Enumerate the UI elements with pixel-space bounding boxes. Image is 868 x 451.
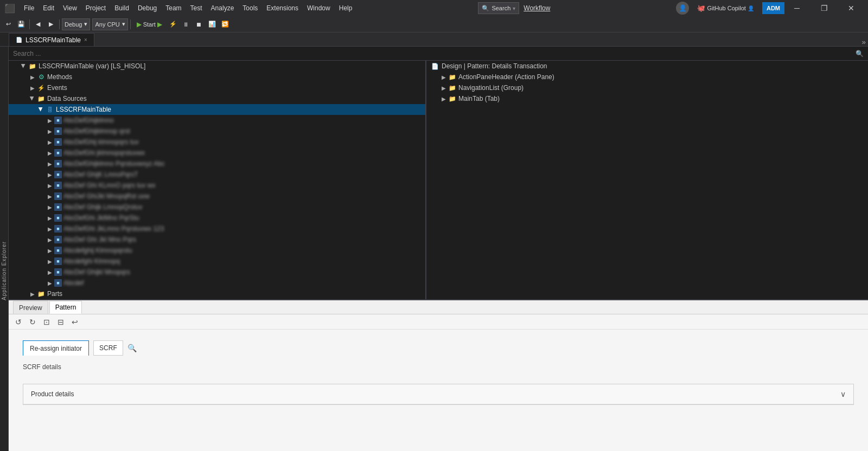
f10-expand[interactable]: ▶: [46, 214, 54, 222]
right-nav-list[interactable]: ▶ 📁 NavigationList (Group): [426, 82, 868, 93]
expand-all-btn[interactable]: ⊡: [41, 317, 52, 327]
menu-help[interactable]: Help: [335, 3, 357, 13]
events-expand[interactable]: ▶: [28, 83, 37, 92]
menu-debug[interactable]: Debug: [133, 3, 161, 13]
f12-expand[interactable]: ▶: [46, 235, 54, 244]
parts-expand[interactable]: ▶: [28, 289, 37, 298]
f16-label: Abcdef: [63, 279, 84, 287]
start-btn[interactable]: ▶ Start ▶: [133, 18, 166, 30]
tree-events[interactable]: ▶ ⚡ Events: [9, 82, 425, 93]
f2-expand[interactable]: ▶: [46, 127, 54, 136]
preview-search-icon[interactable]: 🔍: [127, 344, 137, 352]
hot-reload-btn[interactable]: 🔁: [219, 18, 231, 30]
tab-preview[interactable]: Preview: [13, 301, 48, 314]
tree-field-9[interactable]: ▶ ■ AbcDef Ghijk LmnopQrstuv: [9, 202, 425, 212]
f13-expand[interactable]: ▶: [46, 246, 54, 255]
perf-btn[interactable]: 📊: [206, 18, 218, 30]
menu-window[interactable]: Window: [303, 3, 335, 13]
minimize-button[interactable]: ─: [784, 0, 809, 16]
nav-back-btn[interactable]: ◀: [32, 18, 44, 30]
main-tab[interactable]: 📄 LSSCRFMainTable ×: [9, 33, 94, 46]
f15-expand[interactable]: ▶: [46, 268, 54, 276]
menu-file[interactable]: File: [20, 3, 39, 13]
tree-field-5[interactable]: ▶ ■ AbcDefGhijklmno Pqrstuvwxyz Abc: [9, 158, 425, 169]
menu-analyze[interactable]: Analyze: [207, 3, 239, 13]
tree-methods[interactable]: ▶ ⚙ Methods: [9, 72, 425, 82]
f3-expand[interactable]: ▶: [46, 138, 54, 146]
right-main-tab[interactable]: ▶ 📁 MainTab (Tab): [426, 93, 868, 104]
menu-extensions[interactable]: Extensions: [262, 3, 303, 13]
github-copilot-btn[interactable]: 🐙 GitHub Copilot 👤: [693, 2, 758, 14]
user-avatar: 👤: [676, 2, 689, 15]
f8-expand[interactable]: ▶: [46, 192, 54, 201]
root-expand-arrow[interactable]: ▶: [20, 62, 28, 70]
f9-expand[interactable]: ▶: [46, 203, 54, 211]
menu-edit[interactable]: Edit: [39, 3, 59, 13]
f6-expand[interactable]: ▶: [46, 170, 54, 179]
action-pane-expand[interactable]: ▶: [439, 73, 448, 81]
menu-tools[interactable]: Tools: [238, 3, 262, 13]
nav-list-expand[interactable]: ▶: [439, 83, 448, 92]
pause-btn[interactable]: ⏸: [180, 18, 192, 30]
methods-expand[interactable]: ▶: [28, 73, 37, 81]
stop-btn[interactable]: ⏹: [193, 18, 205, 30]
f11-expand[interactable]: ▶: [46, 224, 54, 233]
tree-field-6[interactable]: ▶ ■ AbcDef GhijK LmnoPqrsT: [9, 169, 425, 180]
search-input[interactable]: [13, 50, 856, 57]
tree-field-1[interactable]: ▶ ■ AbcDefGhijklmno: [9, 115, 425, 126]
f5-expand[interactable]: ▶: [46, 159, 54, 168]
redo-btn[interactable]: ↻: [27, 317, 38, 327]
tab-overflow-btn[interactable]: »: [860, 38, 868, 46]
f1-expand[interactable]: ▶: [46, 116, 54, 125]
tab-close-btn[interactable]: ×: [84, 37, 87, 43]
collapse-all-btn[interactable]: ⊟: [55, 317, 66, 327]
menu-team[interactable]: Team: [161, 3, 186, 13]
tree-datasources[interactable]: ▶ 📁 Data Sources: [9, 93, 425, 104]
search-magnifier-icon[interactable]: 🔍: [856, 50, 864, 57]
tree-root[interactable]: ▶ 📁 LSSCRFMainTable (var) [LS_HISOL]: [9, 61, 425, 72]
tab-pattern[interactable]: Pattern: [49, 301, 82, 314]
tree-field-10[interactable]: ▶ ■ AbcDefGhi JklMno PqrStu: [9, 212, 425, 223]
tree-field-11[interactable]: ▶ ■ AbcDefGhi JkLmno Pqrstuvwx 123: [9, 223, 425, 234]
main-table-expand[interactable]: ▶: [37, 105, 46, 114]
tree-field-2[interactable]: ▶ ■ AbcDefGhijklmnop qrst: [9, 126, 425, 137]
tree-field-8[interactable]: ▶ ■ AbcDef GhiJkl MnopqRst uvw: [9, 191, 425, 202]
menu-build[interactable]: Build: [110, 3, 133, 13]
refresh-btn[interactable]: ↺: [13, 317, 24, 327]
menu-view[interactable]: View: [59, 3, 81, 13]
datasources-expand[interactable]: ▶: [28, 94, 37, 103]
menu-project[interactable]: Project: [81, 3, 110, 13]
main-tab-expand[interactable]: ▶: [439, 94, 448, 103]
scrf-tab[interactable]: SCRF: [93, 340, 123, 356]
reassign-initiator-btn[interactable]: Re-assign initiator: [23, 340, 89, 356]
close-button[interactable]: ✕: [839, 0, 864, 16]
tree-field-13[interactable]: ▶ ■ Abcdefghij Klmnopqrstu: [9, 245, 425, 256]
menu-test[interactable]: Test: [186, 3, 207, 13]
tree-field-4[interactable]: ▶ ■ AbcDefGhi jklmnopqrstuvwx: [9, 147, 425, 158]
attach-btn[interactable]: ⚡: [167, 18, 179, 30]
tree-field-14[interactable]: ▶ ■ Abcdefghi Klmnopq: [9, 256, 425, 267]
f7-expand[interactable]: ▶: [46, 181, 54, 190]
debug-dropdown[interactable]: Debug ▾: [62, 18, 90, 30]
tree-field-3[interactable]: ▶ ■ AbcDefGhij klmnopqrs tuv: [9, 137, 425, 147]
restore-button[interactable]: ❐: [812, 0, 837, 16]
tree-field-16[interactable]: ▶ ■ Abcdef: [9, 278, 425, 288]
undo-btn[interactable]: ↩: [2, 18, 14, 30]
tree-field-12[interactable]: ▶ ■ AbcDef Ghi Jkl Mno Pqrs: [9, 234, 425, 245]
f16-expand[interactable]: ▶: [46, 279, 54, 287]
workflow-btn[interactable]: Workflow: [519, 3, 554, 13]
reset-btn[interactable]: ↩: [69, 317, 80, 327]
tree-field-15[interactable]: ▶ ■ AbcDef Ghijkl Mnopqrs: [9, 267, 425, 278]
product-details-header[interactable]: Product details ∨: [23, 384, 853, 404]
cpu-dropdown[interactable]: Any CPU ▾: [92, 18, 127, 30]
tree-field-7[interactable]: ▶ ■ AbcDef Ghi KLmnO pqrs tuv wx: [9, 180, 425, 191]
right-action-pane[interactable]: ▶ 📁 ActionPaneHeader (Action Pane): [426, 72, 868, 82]
nav-fwd-btn[interactable]: ▶: [45, 18, 57, 30]
save-all-btn[interactable]: 💾: [15, 18, 27, 30]
tree-main-table[interactable]: ▶ 🗄 LSSCRFMainTable: [9, 104, 425, 115]
f14-expand[interactable]: ▶: [46, 257, 54, 266]
f4-expand[interactable]: ▶: [46, 149, 54, 157]
search-toolbar[interactable]: 🔍 Search ▾: [478, 2, 519, 14]
tree-parts[interactable]: ▶ 📁 Parts: [9, 288, 425, 299]
f12-icon: ■: [54, 236, 62, 243]
